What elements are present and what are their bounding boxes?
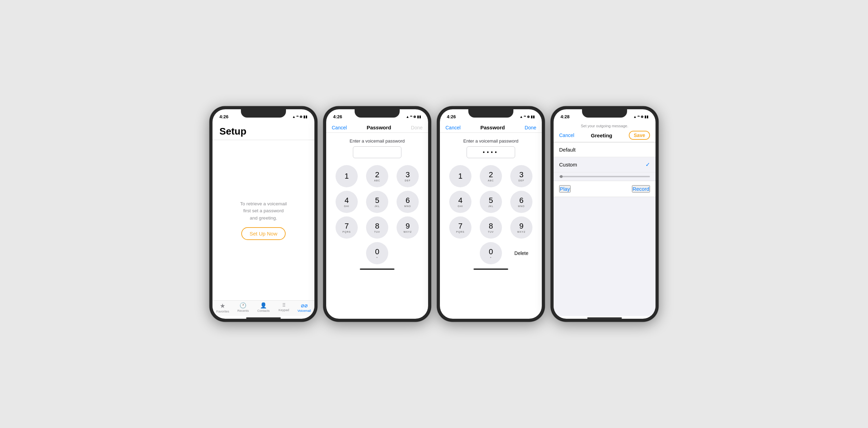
tab-label-favorites: Favorites <box>216 310 229 313</box>
phone-2: 4:26 ▲ ᵐ ⊛ ▮▮ Cancel Password Done Enter… <box>323 106 431 322</box>
progress-bar-fill <box>560 175 563 178</box>
greeting-custom-label: Custom <box>559 162 577 168</box>
play-button[interactable]: Play <box>559 185 571 192</box>
home-indicator-1 <box>246 317 281 319</box>
status-icons-4: ▲ ᵐ ⊛ ▮▮ <box>633 115 649 119</box>
done-button-2[interactable]: Done <box>525 125 536 130</box>
greeting-default-label: Default <box>559 147 576 153</box>
tab-contacts[interactable]: 👤 Contacts <box>253 303 274 313</box>
dial-3-1[interactable]: 3DEF <box>397 165 419 187</box>
status-time-1: 4:26 <box>219 114 228 119</box>
tab-label-recents: Recents <box>237 309 249 313</box>
greeting-title: Greeting <box>591 132 613 138</box>
status-time-2: 4:26 <box>333 114 342 119</box>
tab-bar: ★ Favorites 🕐 Recents 👤 Contacts ⠿ <box>212 300 314 316</box>
greeting-nav: Cancel Greeting Save <box>554 128 656 142</box>
password-title-1: Password <box>367 125 391 130</box>
setup-screen: Setup To retrieve a voicemail first set … <box>212 122 314 319</box>
password-title-2: Password <box>480 125 505 130</box>
tab-label-voicemail: Voicemail <box>297 309 311 313</box>
dial-5-1[interactable]: 5JKL <box>366 191 388 213</box>
pw-label-2: Enter a voicemail password <box>463 138 519 144</box>
dial-7-1[interactable]: 7PQRS <box>336 216 358 239</box>
record-button[interactable]: Record <box>632 185 650 192</box>
favorites-icon: ★ <box>220 303 225 309</box>
phone-3: 4:26 ▲ ᵐ ⊛ ▮▮ Cancel Password Done Enter… <box>437 106 545 322</box>
dial-6-1[interactable]: 6MNO <box>397 191 419 213</box>
dial-7-2[interactable]: 7PQRS <box>449 216 471 239</box>
dial-zero-row-1: 0+ <box>326 242 428 267</box>
tab-keypad[interactable]: ⠿ Keypad <box>274 303 294 313</box>
status-time-4: 4:28 <box>561 114 570 119</box>
phones-container: 4:26 ▲ ᵐ ⊛ ▮▮ Setup To retrieve a voicem… <box>210 106 658 322</box>
password-section-1: Enter a voicemail password <box>326 133 428 162</box>
pw-label-1: Enter a voicemail password <box>350 138 405 144</box>
contacts-icon: 👤 <box>260 303 267 308</box>
dial-zero-2[interactable]: 0+ <box>477 242 504 264</box>
dialpad-1: 1 2ABC 3DEF 4GHI 5JKL 6MNO 7PQRS 8TUV 9W… <box>326 162 428 242</box>
progress-bar-track <box>559 176 650 177</box>
home-indicator-4 <box>587 317 622 319</box>
dial-8-1[interactable]: 8TUV <box>366 216 388 239</box>
greeting-grey-area <box>554 197 656 316</box>
status-icons-2: ▲ ᵐ ⊛ ▮▮ <box>406 115 421 119</box>
notch-3 <box>468 109 513 118</box>
password-nav-1: Cancel Password Done <box>326 122 428 133</box>
dial-5-2[interactable]: 5JKL <box>480 191 502 213</box>
voicemail-icon: ⌀⌀ <box>301 303 308 308</box>
status-time-3: 4:26 <box>447 114 456 119</box>
tab-recents[interactable]: 🕐 Recents <box>233 303 253 313</box>
dial-1-2[interactable]: 1 <box>449 165 471 187</box>
dial-9-2[interactable]: 9WXYZ <box>510 216 532 239</box>
pw-input-2[interactable]: •••• <box>467 146 515 158</box>
greeting-subtitle: Set your outgoing message. <box>554 122 656 128</box>
dial-4-2[interactable]: 4GHI <box>449 191 471 213</box>
home-indicator-2 <box>360 268 394 270</box>
dial-zero-1[interactable]: 0+ <box>364 242 391 264</box>
dial-9-1[interactable]: 9WXYZ <box>397 216 419 239</box>
phone-1: 4:26 ▲ ᵐ ⊛ ▮▮ Setup To retrieve a voicem… <box>210 106 317 322</box>
cancel-button-1[interactable]: Cancel <box>332 125 347 130</box>
dial-1-1[interactable]: 1 <box>336 165 358 187</box>
dial-4-1[interactable]: 4GHI <box>336 191 358 213</box>
setup-middle: To retrieve a voicemail first set a pass… <box>212 140 314 300</box>
cancel-button-2[interactable]: Cancel <box>445 125 461 130</box>
notch-4 <box>582 109 627 118</box>
tab-favorites[interactable]: ★ Favorites <box>212 303 233 313</box>
play-record-row: Play Record <box>554 181 656 197</box>
dial-2-1[interactable]: 2ABC <box>366 165 388 187</box>
cancel-button-3[interactable]: Cancel <box>559 132 574 138</box>
setup-title: Setup <box>212 122 314 140</box>
notch-1 <box>241 109 286 118</box>
empty-cell-1 <box>333 242 360 264</box>
empty-cell-3 <box>447 242 474 264</box>
status-icons-1: ▲ ᵐ ⊛ ▮▮ <box>292 115 307 119</box>
greeting-screen: Set your outgoing message. Cancel Greeti… <box>554 122 656 319</box>
password-nav-2: Cancel Password Done <box>440 122 542 133</box>
delete-cell[interactable]: Delete <box>508 242 535 264</box>
phone-4: 4:28 ▲ ᵐ ⊛ ▮▮ Set your outgoing message.… <box>551 106 658 322</box>
delete-button[interactable]: Delete <box>514 250 528 256</box>
recents-icon: 🕐 <box>240 303 246 308</box>
greeting-custom[interactable]: Custom ✓ <box>554 157 656 172</box>
dial-2-2[interactable]: 2ABC <box>480 165 502 187</box>
greeting-default[interactable]: Default <box>554 143 656 157</box>
checkmark-icon: ✓ <box>645 161 650 168</box>
setup-description: To retrieve a voicemail first set a pass… <box>240 200 287 222</box>
dial-8-2[interactable]: 8TUV <box>480 216 502 239</box>
set-up-now-button[interactable]: Set Up Now <box>241 227 286 240</box>
keypad-icon: ⠿ <box>282 303 286 308</box>
dialpad-2: 1 2ABC 3DEF 4GHI 5JKL 6MNO 7PQRS 8TUV 9W… <box>440 162 542 242</box>
save-button[interactable]: Save <box>629 131 650 140</box>
password-section-2: Enter a voicemail password •••• <box>440 133 542 162</box>
dial-3-2[interactable]: 3DEF <box>510 165 532 187</box>
home-indicator-3 <box>474 268 508 270</box>
done-button-1[interactable]: Done <box>411 125 423 130</box>
pw-input-1[interactable] <box>353 146 401 158</box>
progress-section <box>554 172 656 181</box>
notch-2 <box>355 109 400 118</box>
status-icons-3: ▲ ᵐ ⊛ ▮▮ <box>520 115 535 119</box>
dial-6-2[interactable]: 6MNO <box>510 191 532 213</box>
tab-voicemail[interactable]: ⌀⌀ Voicemail <box>294 303 314 313</box>
greeting-list: Default Custom ✓ <box>554 142 656 172</box>
